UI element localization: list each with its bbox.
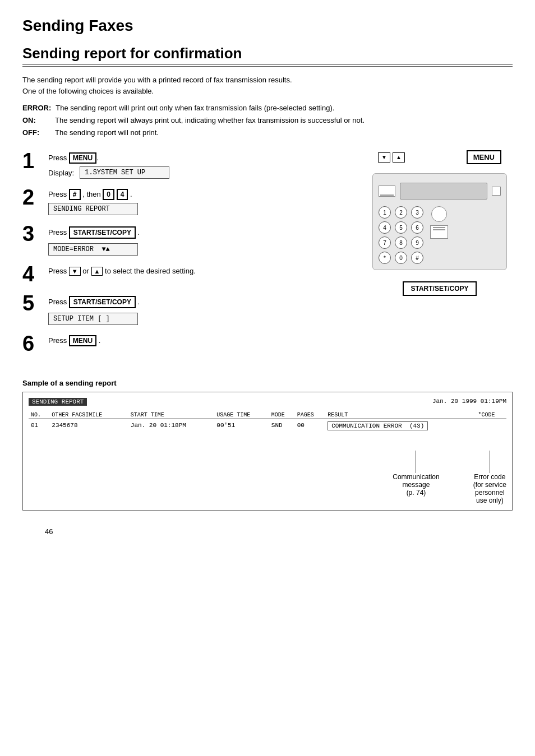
menu-key-step1: MENU [69, 152, 96, 164]
menu-button-device[interactable]: MENU [467, 150, 501, 164]
device-dial [431, 206, 447, 222]
lcd-display-step3: MODE=ERROR ▼▲ [48, 243, 138, 256]
down-arrow-key: ▼ [69, 267, 81, 276]
device-lcd-screen [400, 183, 487, 200]
page-number: 46 [45, 527, 535, 536]
steps-column: 1 Press MENU. Display: 1.SYSTEM SET UP 2… [22, 150, 350, 362]
intro-text: The sending report will provide you with… [22, 75, 513, 96]
menu-key-step6: MENU [69, 335, 96, 346]
lcd-display-step1: 1.SYSTEM SET UP [80, 166, 169, 179]
key-0: 0 [103, 189, 114, 200]
error-note: COMMUNICATION ERROR (43) [328, 421, 428, 430]
cell-mode: SND [269, 419, 295, 432]
key-4[interactable]: 4 [379, 221, 391, 234]
cell-fax: 2345678 [49, 419, 128, 432]
nav-down-arrow[interactable]: ▼ [378, 152, 390, 163]
step-6: 6 Press MENU . [22, 333, 350, 354]
annotation-line-2 [490, 451, 490, 473]
annotation-line-1 [416, 451, 416, 473]
table-row: 01 2345678 Jan. 20 01:18PM 00'51 SND 00 … [29, 419, 506, 432]
section-title: Sending report for confirmation [22, 45, 513, 67]
key-7[interactable]: 7 [379, 236, 391, 249]
cell-result: COMMUNICATION ERROR (43) [325, 419, 476, 432]
definitions: ERROR: The sending report will print out… [22, 102, 513, 139]
cell-start-time: Jan. 20 01:18PM [128, 419, 214, 432]
key-0-device[interactable]: 0 [395, 252, 407, 264]
key-3[interactable]: 3 [411, 206, 423, 219]
key-8[interactable]: 8 [395, 236, 407, 249]
col-result: RESULT [325, 411, 476, 419]
nav-up-arrow[interactable]: ▲ [393, 152, 405, 163]
cell-pages: 00 [295, 419, 326, 432]
then-text: then [86, 190, 100, 198]
page-title: Sending Faxes [22, 17, 513, 35]
report-header-label: SENDING REPORT [29, 398, 87, 406]
step-4: 4 Press ▼ or ▲ to select the desired set… [22, 263, 350, 285]
device-card-slot [430, 225, 448, 239]
key-9[interactable]: 9 [411, 236, 423, 249]
col-pages: PAGES [295, 411, 326, 419]
nav-arrow-group: ▼ ▲ [378, 152, 405, 163]
col-usage: USAGE TIME [214, 411, 269, 419]
col-no: NO. [29, 411, 49, 419]
key-6[interactable]: 6 [411, 221, 423, 234]
start-set-copy-key-step3: START/SET/COPY [69, 226, 136, 239]
start-set-copy-key-step5: START/SET/COPY [69, 296, 136, 308]
cell-usage-time: 00'51 [214, 419, 269, 432]
up-arrow-key: ▲ [91, 267, 103, 276]
report-table: NO. OTHER FACSIMILE START TIME USAGE TIM… [29, 411, 506, 432]
col-mode: MODE [269, 411, 295, 419]
cell-no: 01 [29, 419, 49, 432]
hash-key: # [69, 189, 81, 200]
report-container: SENDING REPORT Jan. 20 1999 01:19PM NO. … [22, 392, 513, 511]
start-set-copy-button-device[interactable]: START/SET/COPY [403, 281, 476, 296]
key-hash-device[interactable]: # [411, 252, 423, 264]
key-1[interactable]: 1 [379, 206, 391, 219]
device-panel: 1 2 3 4 5 6 7 8 9 * 0 # [372, 173, 507, 270]
device-column: ▼ ▲ MENU 1 2 3 [367, 150, 513, 362]
sample-title: Sample of a sending report [22, 379, 513, 387]
col-start: START TIME [128, 411, 214, 419]
paper-tray-icon [379, 185, 395, 197]
key-2[interactable]: 2 [395, 206, 407, 219]
key-star[interactable]: * [379, 252, 391, 264]
key-4: 4 [117, 189, 128, 200]
lcd-display-step2: SENDING REPORT [48, 203, 138, 215]
step-2: 2 Press # , then 0 4 . SENDING REPORT [22, 187, 350, 215]
report-date: Jan. 20 1999 01:19PM [432, 398, 506, 405]
annotation-error-code: Error code (for service personnel use on… [473, 451, 506, 504]
main-layout: 1 Press MENU. Display: 1.SYSTEM SET UP 2… [22, 150, 513, 362]
number-keypad: 1 2 3 4 5 6 7 8 9 * 0 # [379, 206, 425, 264]
annotations: Communication message (p. 74) Error code… [29, 451, 506, 504]
step-3: 3 Press START/SET/COPY . MODE=ERROR ▼▲ [22, 223, 350, 256]
col-fax: OTHER FACSIMILE [49, 411, 128, 419]
sample-section: Sample of a sending report SENDING REPOR… [22, 379, 513, 511]
key-5[interactable]: 5 [395, 221, 407, 234]
lcd-display-step5: SETUP ITEM [ ] [48, 313, 138, 325]
step-5: 5 Press START/SET/COPY . SETUP ITEM [ ] [22, 293, 350, 325]
device-icon-right [492, 187, 501, 196]
step-1: 1 Press MENU. Display: 1.SYSTEM SET UP [22, 150, 350, 179]
col-code: *CODE [476, 411, 506, 419]
annotation-communication: Communication message (p. 74) [393, 451, 439, 504]
